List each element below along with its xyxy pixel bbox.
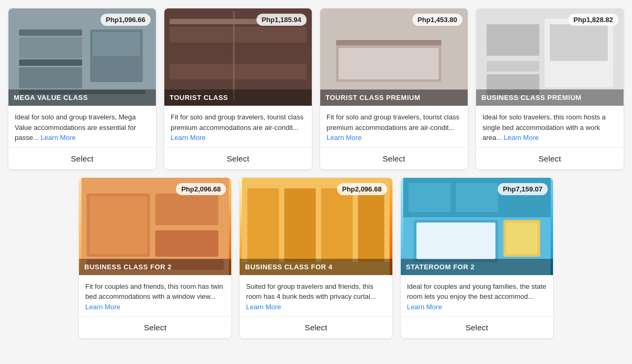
svg-rect-45 <box>408 183 450 212</box>
learn-more-link[interactable]: Learn More <box>171 134 205 141</box>
card-footer: Select <box>240 316 392 338</box>
card-image-wrap: Php1,828.82BUSINESS CLASS PREMIUM <box>476 8 624 106</box>
card-footer: Select <box>164 147 312 169</box>
top-grid: Php1,096.66MEGA VALUE CLASSIdeal for sol… <box>8 8 624 169</box>
learn-more-link[interactable]: Learn More <box>327 134 361 141</box>
card-image-wrap: Php7,159.07STATEROOM FOR 2 <box>401 178 553 275</box>
card-body: Fit for couples and friends, this room h… <box>79 275 231 317</box>
cabin-card-business-4: Php2,096.68BUSINESS CLASS FOR 4Suited fo… <box>240 178 392 339</box>
price-badge: Php2,096.68 <box>176 183 226 195</box>
learn-more-link[interactable]: Learn More <box>407 303 442 311</box>
cabin-card-business-2: Php2,096.68BUSINESS CLASS FOR 2Fit for c… <box>79 178 231 339</box>
cabin-card-stateroom-2: Php7,159.07STATEROOM FOR 2Ideal for coup… <box>401 178 553 339</box>
select-button[interactable]: Select <box>8 148 156 169</box>
svg-rect-22 <box>487 24 539 56</box>
price-badge: Php2,096.68 <box>337 183 387 195</box>
learn-more-link[interactable]: Learn More <box>85 303 120 311</box>
svg-rect-36 <box>321 188 353 262</box>
card-image-wrap: Php2,096.68BUSINESS CLASS FOR 4 <box>240 178 392 275</box>
svg-rect-2 <box>19 37 82 58</box>
card-image-wrap: Php1,453.80TOURIST CLASS PREMIUM <box>320 8 468 106</box>
cabin-card-business-premium: Php1,828.82BUSINESS CLASS PREMIUMIdeal f… <box>476 8 624 169</box>
learn-more-link[interactable]: Learn More <box>246 303 281 311</box>
card-image-wrap: Php1,096.66MEGA VALUE CLASS <box>8 8 156 106</box>
svg-rect-34 <box>248 188 279 262</box>
cabin-card-mega-value: Php1,096.66MEGA VALUE CLASSIdeal for sol… <box>8 8 156 169</box>
card-image-wrap: Php2,096.68BUSINESS CLASS FOR 2 <box>79 178 231 275</box>
card-body: Fit for solo and group travelers, touris… <box>164 106 312 147</box>
svg-rect-11 <box>170 27 307 43</box>
svg-rect-29 <box>90 196 147 254</box>
svg-rect-35 <box>284 188 316 262</box>
svg-rect-31 <box>155 230 219 257</box>
select-button[interactable]: Select <box>164 148 312 169</box>
svg-rect-3 <box>19 59 82 66</box>
svg-rect-6 <box>93 32 140 56</box>
card-body: Ideal for solo and group travelers, Mega… <box>8 106 156 147</box>
select-button[interactable]: Select <box>79 317 231 338</box>
price-badge: Php1,096.66 <box>101 14 151 26</box>
room-label: TOURIST CLASS <box>164 89 312 106</box>
svg-rect-24 <box>550 24 608 61</box>
svg-rect-43 <box>506 223 537 254</box>
bottom-grid: Php2,096.68BUSINESS CLASS FOR 2Fit for c… <box>79 178 553 339</box>
svg-rect-46 <box>456 183 498 212</box>
card-footer: Select <box>401 316 553 338</box>
learn-more-link[interactable]: Learn More <box>41 134 75 141</box>
card-body: Fit for solo and group travelers, touris… <box>320 106 468 147</box>
select-button[interactable]: Select <box>240 317 392 338</box>
room-label: BUSINESS CLASS FOR 2 <box>79 259 231 275</box>
room-label: STATEROOM FOR 2 <box>401 259 553 275</box>
price-badge: Php1,828.82 <box>568 14 618 26</box>
price-badge: Php7,159.07 <box>498 183 548 195</box>
svg-rect-13 <box>170 64 307 79</box>
card-footer: Select <box>320 147 468 169</box>
svg-rect-18 <box>336 40 441 45</box>
room-label: BUSINESS CLASS PREMIUM <box>476 89 624 106</box>
card-body: Ideal for couples and young families, th… <box>401 275 553 317</box>
room-label: BUSINESS CLASS FOR 4 <box>240 259 392 275</box>
card-footer: Select <box>8 147 156 169</box>
svg-rect-1 <box>19 29 82 36</box>
svg-rect-12 <box>170 45 307 61</box>
select-button[interactable]: Select <box>401 317 553 338</box>
svg-rect-4 <box>19 67 82 88</box>
svg-rect-25 <box>487 61 539 72</box>
cabin-card-tourist: Php1,185.94TOURIST CLASSFit for solo and… <box>164 8 312 169</box>
select-button[interactable]: Select <box>320 148 468 169</box>
svg-rect-19 <box>339 48 439 79</box>
svg-rect-37 <box>358 188 384 262</box>
svg-rect-15 <box>233 11 235 100</box>
room-label: TOURIST CLASS PREMIUM <box>320 89 468 106</box>
card-image-wrap: Php1,185.94TOURIST CLASS <box>164 8 312 106</box>
card-body: Suited for group travelers and friends, … <box>240 275 392 317</box>
svg-rect-41 <box>416 223 495 259</box>
room-label: MEGA VALUE CLASS <box>8 89 156 106</box>
svg-rect-7 <box>93 58 140 79</box>
card-footer: Select <box>79 316 231 338</box>
price-badge: Php1,453.80 <box>412 14 462 26</box>
select-button[interactable]: Select <box>476 148 624 169</box>
card-footer: Select <box>476 147 624 169</box>
price-badge: Php1,185.94 <box>256 14 307 26</box>
svg-rect-30 <box>155 194 219 225</box>
card-body: Ideal for solo travelers, this room host… <box>476 106 624 147</box>
cabin-card-tourist-premium: Php1,453.80TOURIST CLASS PREMIUMFit for … <box>320 8 468 169</box>
learn-more-link[interactable]: Learn More <box>503 134 538 141</box>
